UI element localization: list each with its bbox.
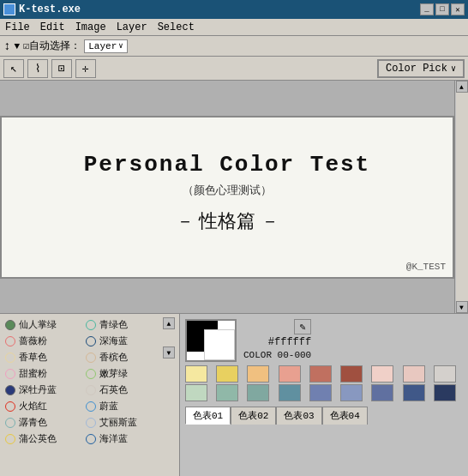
scroll-up-btn[interactable]: ▲ bbox=[456, 81, 468, 93]
color-swatch[interactable] bbox=[371, 365, 393, 383]
color-list-item[interactable]: 火焰红 bbox=[3, 399, 82, 413]
color-list-item[interactable]: 香草色 bbox=[3, 350, 82, 365]
color-item-label: 海洋蓝 bbox=[99, 432, 128, 445]
color-dot bbox=[5, 352, 15, 363]
list-scroll-down[interactable]: ▼ bbox=[163, 346, 175, 359]
color-swatch[interactable] bbox=[434, 365, 456, 383]
color-tab-2[interactable]: 色表02 bbox=[231, 407, 276, 425]
color-list-item[interactable]: 海洋蓝 bbox=[84, 431, 163, 446]
color-item-label: 甜蜜粉 bbox=[19, 367, 47, 380]
color-picker-panel: ✎ #ffffff COLOR 00-000 色表01色表02色表03色表04 bbox=[180, 314, 468, 476]
color-item-label: 火焰红 bbox=[19, 400, 47, 413]
color-dot bbox=[86, 401, 96, 412]
color-swatch[interactable] bbox=[434, 384, 456, 401]
color-dot bbox=[5, 434, 15, 444]
vertical-scrollbar[interactable]: ▲ ▼ bbox=[454, 81, 468, 313]
color-list-item[interactable]: 甜蜜粉 bbox=[3, 366, 82, 381]
menu-select[interactable]: Select bbox=[156, 21, 196, 33]
color-list-item[interactable]: 石英色 bbox=[84, 383, 163, 397]
pct-subtitle: （颜色心理测试） bbox=[183, 183, 272, 198]
menu-image[interactable]: Image bbox=[74, 21, 108, 33]
toolbar: ↕ ▼ ☑自动选择： Layer ∨ bbox=[0, 36, 468, 57]
color-list-item[interactable]: 蔚蓝 bbox=[84, 399, 163, 413]
color-swatch[interactable] bbox=[403, 384, 425, 401]
color-swatch[interactable] bbox=[309, 365, 332, 383]
color-swatch[interactable] bbox=[309, 384, 332, 401]
color-item-label: 蔷薇粉 bbox=[19, 334, 47, 347]
color-pick-arrow: ∨ bbox=[451, 63, 456, 74]
color-swatch[interactable] bbox=[185, 384, 207, 401]
color-dot bbox=[5, 336, 15, 346]
color-pick-button[interactable]: Color Pick ∨ bbox=[377, 59, 465, 78]
select-tool[interactable]: ↖ bbox=[3, 59, 24, 78]
color-swatch[interactable] bbox=[279, 365, 301, 383]
auto-select-checkbox[interactable]: ☑自动选择： bbox=[23, 39, 81, 53]
color-list-item[interactable]: 蒲公英色 bbox=[3, 431, 82, 446]
color-pick-label: Color Pick bbox=[386, 63, 447, 75]
color-item-label: 青绿色 bbox=[99, 318, 128, 331]
menu-file[interactable]: File bbox=[3, 21, 32, 33]
color-item-label: 嫩芽绿 bbox=[99, 367, 128, 380]
list-scroll-up[interactable]: ▲ bbox=[163, 317, 175, 329]
title-text: K-test.exe bbox=[19, 3, 81, 15]
color-dot bbox=[86, 434, 96, 444]
color-list-item[interactable]: 艾丽斯蓝 bbox=[84, 415, 163, 430]
color-list-item[interactable]: 香槟色 bbox=[84, 350, 163, 365]
color-swatch[interactable] bbox=[403, 365, 425, 383]
canvas-area: Personal Color Test （颜色心理测试） － 性格篇 － @K_… bbox=[0, 81, 468, 313]
color-swatch[interactable] bbox=[185, 365, 207, 383]
pct-image: Personal Color Test （颜色心理测试） － 性格篇 － @K_… bbox=[0, 116, 454, 279]
color-dot bbox=[86, 352, 96, 363]
hex-value: #ffffff bbox=[268, 336, 311, 348]
color-tab-4[interactable]: 色表04 bbox=[322, 407, 368, 425]
color-list-item[interactable]: 深牡丹蓝 bbox=[3, 383, 82, 397]
color-swatch[interactable] bbox=[247, 384, 269, 401]
color-swatch[interactable] bbox=[340, 384, 363, 401]
color-preview-box bbox=[185, 319, 237, 362]
color-dot bbox=[5, 385, 15, 395]
layer-dropdown[interactable]: Layer ∨ bbox=[84, 39, 127, 53]
pencil-button[interactable]: ✎ bbox=[294, 319, 311, 334]
scroll-track bbox=[456, 93, 468, 301]
color-swatch[interactable] bbox=[371, 384, 393, 401]
close-button[interactable]: ✕ bbox=[451, 3, 465, 15]
app-icon bbox=[3, 3, 15, 15]
color-item-label: 蒲公英色 bbox=[19, 432, 57, 445]
scroll-down-btn[interactable]: ▼ bbox=[456, 301, 468, 313]
color-list-item[interactable]: 蔷薇粉 bbox=[3, 334, 82, 348]
color-dot bbox=[86, 369, 96, 379]
color-item-label: 石英色 bbox=[99, 383, 128, 396]
color-list-item[interactable]: 潺青色 bbox=[3, 415, 82, 430]
minimize-button[interactable]: _ bbox=[420, 3, 434, 15]
rect-tool[interactable]: ⊡ bbox=[51, 59, 72, 78]
color-tab-3[interactable]: 色表03 bbox=[276, 407, 321, 425]
canvas-content: Personal Color Test （颜色心理测试） － 性格篇 － @K_… bbox=[0, 81, 454, 313]
menu-edit[interactable]: Edit bbox=[39, 21, 67, 33]
menu-layer[interactable]: Layer bbox=[115, 21, 149, 33]
color-list-item[interactable]: 青绿色 bbox=[84, 317, 163, 332]
color-swatch[interactable] bbox=[340, 365, 363, 383]
window-controls: _ □ ✕ bbox=[420, 3, 465, 15]
color-list-item[interactable]: 仙人掌绿 bbox=[3, 317, 82, 332]
color-list-item[interactable]: 嫩芽绿 bbox=[84, 366, 163, 381]
color-dot bbox=[5, 369, 15, 379]
move-tool[interactable]: ✛ bbox=[75, 59, 96, 78]
pct-watermark: @K_TEST bbox=[406, 262, 446, 272]
color-item-label: 潺青色 bbox=[19, 416, 47, 429]
color-swatch[interactable] bbox=[216, 384, 238, 401]
color-dot bbox=[5, 418, 15, 428]
color-swatch[interactable] bbox=[247, 365, 269, 383]
color-item-label: 深牡丹蓝 bbox=[19, 383, 57, 396]
pct-section: － 性格篇 － bbox=[176, 208, 279, 234]
color-swatch[interactable] bbox=[216, 365, 238, 383]
arrow-tool[interactable]: ↕ bbox=[3, 39, 10, 53]
pencil-icon: ✎ bbox=[300, 321, 306, 334]
title-bar: K-test.exe _ □ ✕ bbox=[0, 0, 468, 19]
maximize-button[interactable]: □ bbox=[435, 3, 449, 15]
main-area: Personal Color Test （颜色心理测试） － 性格篇 － @K_… bbox=[0, 81, 468, 476]
color-swatch[interactable] bbox=[279, 384, 301, 401]
color-dot bbox=[5, 401, 15, 412]
color-tab-1[interactable]: 色表01 bbox=[185, 407, 231, 425]
crop-tool[interactable]: ⌇ bbox=[27, 59, 48, 78]
color-list-item[interactable]: 深海蓝 bbox=[84, 334, 163, 348]
